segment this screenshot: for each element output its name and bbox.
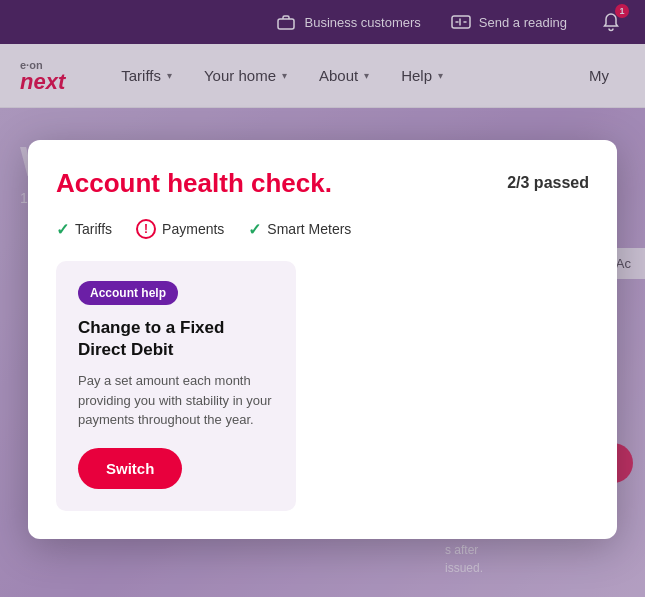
check-smart-meters: ✓ Smart Meters [248,220,351,239]
check-payments: ! Payments [136,219,224,239]
check-payments-label: Payments [162,221,224,237]
check-pass-icon: ✓ [56,220,69,239]
check-tariffs: ✓ Tariffs [56,220,112,239]
card-badge: Account help [78,281,178,305]
card-description: Pay a set amount each month providing yo… [78,371,274,430]
check-warn-icon: ! [136,219,156,239]
modal-checks: ✓ Tariffs ! Payments ✓ Smart Meters [56,219,589,239]
modal-title: Account health check. [56,168,332,199]
modal-score: 2/3 passed [507,174,589,192]
account-help-card: Account help Change to a Fixed Direct De… [56,261,296,511]
modal-header: Account health check. 2/3 passed [56,168,589,199]
account-health-modal: Account health check. 2/3 passed ✓ Tarif… [28,140,617,539]
check-tariffs-label: Tariffs [75,221,112,237]
switch-button[interactable]: Switch [78,448,182,489]
check-pass-icon: ✓ [248,220,261,239]
card-title: Change to a Fixed Direct Debit [78,317,274,361]
check-smart-meters-label: Smart Meters [267,221,351,237]
